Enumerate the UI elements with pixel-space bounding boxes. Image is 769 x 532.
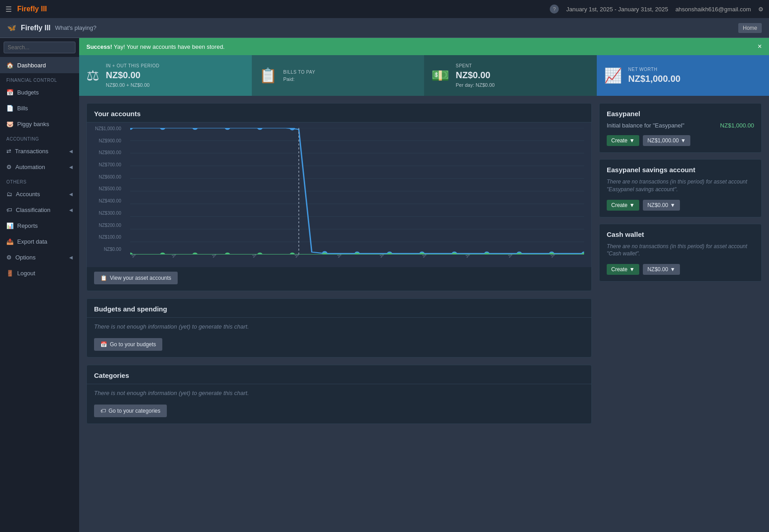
easypanel-savings-title: Easypanel savings account bbox=[607, 166, 754, 174]
sidebar-label-classification: Classification bbox=[16, 207, 51, 213]
easypanel-create-button[interactable]: Create ▼ bbox=[607, 135, 639, 146]
ylabel-0: NZ$1,000.00 bbox=[89, 126, 121, 131]
inout-icon: ⚖ bbox=[86, 67, 99, 84]
accounts-icon: 🗂 bbox=[6, 191, 12, 198]
chevron-accounts: ◀ bbox=[69, 192, 73, 197]
view-accounts-label: View your asset accounts bbox=[110, 275, 171, 281]
navbar-left: ☰ Firefly III bbox=[5, 5, 47, 14]
sidebar-item-logout[interactable]: 🚪 Logout bbox=[0, 265, 79, 281]
sidebar-label-bills: Bills bbox=[17, 105, 28, 112]
ylabel-3: NZ$700.00 bbox=[89, 162, 121, 167]
success-text: Yay! Your new accounts have been stored. bbox=[113, 43, 224, 50]
content-left: Your accounts NZ$1,000.00 NZ$900.00 NZ$8… bbox=[86, 103, 592, 431]
easypanel-title: Easypanel bbox=[607, 110, 754, 118]
cash-wallet-btn-group: Create ▼ NZ$0.00 ▼ bbox=[607, 264, 754, 275]
stat-card-inout: ⚖ IN + OUT THIS PERIOD NZ$0.00 NZ$0.00 +… bbox=[79, 55, 252, 96]
chevron-classification: ◀ bbox=[69, 207, 73, 212]
chart-yaxis: NZ$1,000.00 NZ$900.00 NZ$800.00 NZ$700.0… bbox=[87, 122, 123, 254]
sidebar-item-transactions[interactable]: ⇄ Transactions ◀ bbox=[0, 143, 79, 159]
sidebar-item-classification[interactable]: 🏷 Classification ◀ bbox=[0, 202, 79, 218]
bills-icon: 📄 bbox=[6, 105, 14, 112]
stats-row: ⚖ IN + OUT THIS PERIOD NZ$0.00 NZ$0.00 +… bbox=[79, 55, 769, 96]
help-icon[interactable]: ? bbox=[550, 5, 559, 14]
sidebar-item-budgets[interactable]: 📅 Budgets bbox=[0, 85, 79, 100]
budgets-panel-title: Budgets and spending bbox=[87, 299, 591, 318]
stat-networth-value: NZ$1,000.00 bbox=[628, 74, 681, 84]
home-button[interactable]: Home bbox=[738, 23, 762, 33]
date-range: January 1st, 2025 - January 31st, 2025 bbox=[566, 6, 668, 13]
easypanel-savings-create-label: Create bbox=[611, 202, 627, 208]
chart-xaxis: January 1st, 2025 January 4th, 2025 Janu… bbox=[130, 254, 584, 267]
svg-point-13 bbox=[193, 128, 198, 130]
sidebar-section-financial: FINANCIAL CONTROL bbox=[0, 73, 79, 85]
sidebar-item-export[interactable]: 📤 Export data bbox=[0, 234, 79, 250]
automation-icon: ⚙ bbox=[6, 164, 12, 170]
easypanel-savings-btn-group: Create ▼ NZ$0.00 ▼ bbox=[607, 200, 754, 211]
budgets-no-data: There is not enough information (yet) to… bbox=[87, 318, 591, 335]
svg-point-16 bbox=[290, 128, 295, 130]
sidebar-label-options: Options bbox=[15, 254, 36, 261]
easypanel-btn-group: Create ▼ NZ$1,000.00 ▼ bbox=[607, 135, 754, 146]
sidebar-section-accounting: ACCOUNTING bbox=[0, 132, 79, 143]
sidebar-section-others: OTHERS bbox=[0, 175, 79, 186]
success-message: Success! Yay! Your new accounts have bee… bbox=[86, 43, 225, 50]
ylabel-10: NZ$0.00 bbox=[89, 247, 121, 252]
accounts-chart-area: NZ$1,000.00 NZ$900.00 NZ$800.00 NZ$700.0… bbox=[87, 122, 591, 267]
easypanel-savings-create-button[interactable]: Create ▼ bbox=[607, 200, 639, 211]
stat-card-bills: 📋 BILLS TO PAY Paid: bbox=[252, 55, 425, 96]
stat-bills-info: BILLS TO PAY Paid: bbox=[283, 70, 316, 82]
right-panel-easypanel-savings: Easypanel savings account There are no t… bbox=[599, 159, 762, 217]
chart-svg-container: today bbox=[130, 128, 584, 254]
gear-icon[interactable]: ⚙ bbox=[758, 6, 764, 13]
stat-spent-value: NZ$0.00 bbox=[456, 70, 495, 80]
go-to-budgets-button[interactable]: 📅 Go to your budgets bbox=[94, 338, 162, 351]
svg-point-11 bbox=[130, 128, 133, 130]
ylabel-5: NZ$500.00 bbox=[89, 186, 121, 191]
sidebar-item-dashboard[interactable]: 🏠 Dashboard bbox=[0, 57, 79, 73]
bills-stat-icon: 📋 bbox=[259, 67, 277, 84]
stat-spent-info: SPENT NZ$0.00 Per day: NZ$0.00 bbox=[456, 63, 495, 88]
ylabel-1: NZ$900.00 bbox=[89, 138, 121, 143]
easypanel-savings-create-dropdown-icon: ▼ bbox=[629, 202, 635, 208]
sidebar-item-piggybanks[interactable]: 🐷 Piggy banks bbox=[0, 116, 79, 132]
sidebar-item-options[interactable]: ⚙ Options ◀ bbox=[0, 250, 79, 265]
banner-close-button[interactable]: × bbox=[758, 42, 762, 51]
categories-panel-title: Categories bbox=[87, 365, 591, 384]
sidebar-item-bills[interactable]: 📄 Bills bbox=[0, 100, 79, 116]
go-to-categories-button[interactable]: 🏷 Go to your categories bbox=[94, 405, 167, 417]
options-icon: ⚙ bbox=[6, 254, 12, 261]
sidebar-item-inner-dashboard: 🏠 Dashboard bbox=[6, 62, 46, 69]
spent-icon: 💵 bbox=[431, 67, 449, 84]
right-panel-cash-wallet: Cash wallet There are no transactions (i… bbox=[599, 224, 762, 282]
svg-point-27 bbox=[160, 253, 165, 254]
cash-wallet-create-dropdown-icon: ▼ bbox=[629, 266, 635, 273]
logout-icon: 🚪 bbox=[6, 270, 14, 277]
stat-networth-label: NET WORTH bbox=[628, 67, 681, 72]
home-icon: 🏠 bbox=[6, 62, 14, 69]
sidebar-label-piggybanks: Piggy banks bbox=[17, 121, 49, 127]
ylabel-4: NZ$600.00 bbox=[89, 174, 121, 179]
content-inner: Your accounts NZ$1,000.00 NZ$900.00 NZ$8… bbox=[79, 96, 769, 438]
search-wrap bbox=[4, 42, 75, 53]
sidebar-item-automation[interactable]: ⚙ Automation ◀ bbox=[0, 159, 79, 175]
sidebar-label-reports: Reports bbox=[17, 222, 38, 229]
sidebar-item-reports[interactable]: 📊 Reports bbox=[0, 218, 79, 234]
view-asset-accounts-button[interactable]: 📋 View your asset accounts bbox=[94, 272, 178, 284]
cash-wallet-amount-dropdown-icon: ▼ bbox=[670, 266, 675, 273]
sidebar-label-export: Export data bbox=[17, 238, 47, 245]
page-subtitle: What's playing? bbox=[55, 24, 96, 31]
cash-wallet-amount-button[interactable]: NZ$0.00 ▼ bbox=[643, 264, 680, 275]
svg-point-12 bbox=[160, 128, 165, 130]
stat-spent-label: SPENT bbox=[456, 63, 495, 68]
budgets-btn-icon: 📅 bbox=[100, 341, 107, 348]
sidebar-item-accounts[interactable]: 🗂 Accounts ◀ bbox=[0, 186, 79, 202]
easypanel-savings-amount-button[interactable]: NZ$0.00 ▼ bbox=[643, 200, 680, 211]
stat-bills-label: BILLS TO PAY bbox=[283, 70, 316, 75]
sidebar-label-budgets: Budgets bbox=[17, 89, 39, 96]
search-input[interactable] bbox=[4, 42, 75, 53]
easypanel-amount-button[interactable]: NZ$1,000.00 ▼ bbox=[643, 135, 690, 146]
hamburger-icon[interactable]: ☰ bbox=[5, 5, 12, 14]
chevron-transactions: ◀ bbox=[69, 149, 73, 154]
cash-wallet-create-button[interactable]: Create ▼ bbox=[607, 264, 639, 275]
right-panel-easypanel: Easypanel Initial balance for "Easypanel… bbox=[599, 103, 762, 153]
